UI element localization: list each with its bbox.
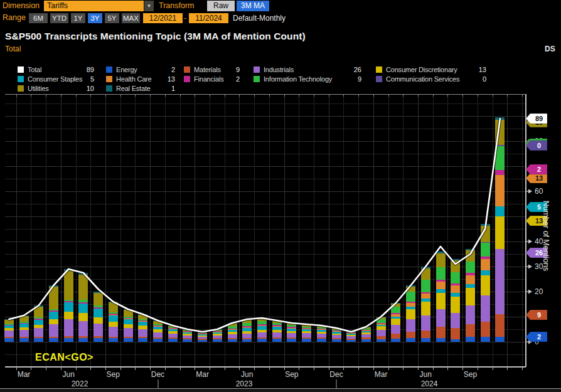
bar-segment-energy <box>183 339 192 342</box>
bar-segment-financials <box>49 310 58 312</box>
bar-segment-consumer-discretionary <box>49 319 58 324</box>
bar-segment-health-care <box>213 332 222 332</box>
bar-segment-consumer-staples <box>287 329 296 331</box>
bar-segment-industrials <box>228 334 237 338</box>
bar-segment-consumer-discretionary <box>391 319 400 325</box>
bar-segment-industrials <box>183 336 192 338</box>
bar-segment-materials <box>466 324 475 337</box>
bar-segment-consumer-staples <box>168 329 178 331</box>
bar-segment-consumer-staples <box>377 325 386 326</box>
bar-segment-consumer-staples <box>346 334 356 335</box>
year-label: 2022 <box>72 379 88 388</box>
bar-segment-consumer-discretionary <box>377 326 386 330</box>
bar-segment-consumer-discretionary <box>19 327 29 330</box>
axis-value-tag-label: 89 <box>535 115 543 122</box>
bar-segment-materials <box>406 332 415 338</box>
bar-segment-materials <box>421 331 430 338</box>
bar-segment-consumer-discretionary <box>78 313 88 321</box>
y-tick-label: 20 <box>535 287 543 296</box>
bar-segment-financials <box>317 329 326 329</box>
bar-segment-financials <box>109 314 118 315</box>
bar-segment-energy <box>346 340 356 342</box>
bar-segment-consumer-discretionary <box>183 334 192 336</box>
bar-segment-consumer-staples <box>153 327 163 329</box>
bar-segment-information-technology <box>228 326 237 329</box>
bar-segment-health-care <box>481 259 490 270</box>
bar-segment-consumer-discretionary <box>361 332 371 334</box>
bar-segment-energy <box>495 337 505 342</box>
bar-segment-energy <box>94 338 103 342</box>
bar-segment-industrials <box>302 333 311 337</box>
bar-segment-industrials <box>436 309 446 327</box>
bar-segment-energy <box>49 338 58 342</box>
bar-segment-financials <box>451 283 460 285</box>
x-tick-label: Jun <box>62 370 74 379</box>
bar-segment-consumer-discretionary <box>153 329 163 332</box>
bar-segment-energy <box>242 339 252 342</box>
bar-segment-energy <box>4 338 14 342</box>
bar-segment-consumer-staples <box>183 332 192 334</box>
bar-segment-consumer-staples <box>109 315 118 322</box>
bar-segment-energy <box>34 338 43 342</box>
bar-segment-health-care <box>183 332 192 332</box>
bar-segment-information-technology <box>49 309 58 310</box>
bar-segment-consumer-staples <box>436 289 446 293</box>
y-axis-title: Number of Mentions <box>542 201 550 272</box>
bar-segment-consumer-staples <box>406 307 415 309</box>
bar-segment-consumer-discretionary <box>198 336 207 337</box>
axis-value-tag-label: 9 <box>537 311 541 319</box>
bar-segment-health-care <box>406 303 415 307</box>
bar-segment-industrials <box>94 324 103 336</box>
bar-segment-information-technology <box>124 317 133 318</box>
x-tick-label: Dec <box>329 370 343 379</box>
bar-segment-materials <box>183 338 192 339</box>
bar-segment-industrials <box>64 319 73 336</box>
bar-segment-industrials <box>466 305 475 324</box>
bar-segment-materials <box>124 337 133 338</box>
bar-segment-materials <box>4 337 14 338</box>
bar-segment-energy <box>198 340 207 342</box>
bar-segment-financials <box>138 320 147 321</box>
bar-segment-consumer-staples <box>34 320 43 325</box>
axis-value-tag-label: 13 <box>535 174 543 182</box>
bar-segment-consumer-discretionary <box>466 288 475 305</box>
bar-segment-energy <box>109 338 118 342</box>
bar-segment-materials <box>436 327 446 338</box>
bar-segment-financials <box>391 313 400 314</box>
bar-segment-energy <box>481 337 490 342</box>
bar-segment-health-care <box>228 329 237 330</box>
mention-count-chart[interactable]: 020304060801089901325132692MarJunSepDecM… <box>0 0 561 392</box>
bar-segment-consumer-discretionary <box>168 331 178 334</box>
bar-segment-materials <box>153 337 163 339</box>
bar-segment-consumer-discretionary <box>495 216 505 249</box>
bar-segment-materials <box>19 337 29 338</box>
bar-segment-financials <box>94 307 103 309</box>
bar-segment-consumer-staples <box>78 304 88 313</box>
bar-segment-information-technology <box>109 312 118 314</box>
bar-segment-consumer-discretionary <box>272 330 282 332</box>
bar-segment-information-technology <box>257 321 267 324</box>
bar-segment-utilities <box>436 253 446 267</box>
x-tick-label: Sep <box>107 370 120 379</box>
bar-segment-energy <box>64 338 73 342</box>
bar-segment-consumer-discretionary <box>138 326 147 329</box>
bar-segment-consumer-discretionary <box>406 309 415 319</box>
bar-segment-materials <box>451 328 460 339</box>
x-tick-label: Jun <box>420 370 432 379</box>
bar-segment-industrials <box>124 328 133 337</box>
bar-segment-health-care <box>302 329 311 329</box>
y-tick-arrow-icon <box>528 265 532 269</box>
bar-segment-energy <box>421 338 430 342</box>
bar-segment-energy <box>124 338 133 342</box>
bar-segment-consumer-staples <box>94 309 103 317</box>
bar-segment-health-care <box>495 175 505 206</box>
bar-segment-financials <box>406 302 415 303</box>
bar-segment-materials <box>361 337 371 339</box>
bar-segment-consumer-discretionary <box>317 332 326 334</box>
bar-segment-consumer-staples <box>213 332 222 334</box>
x-tick-label: Sep <box>464 370 478 379</box>
bar-segment-financials <box>377 323 386 324</box>
y-tick-arrow-icon <box>528 290 532 294</box>
bar-segment-consumer-discretionary <box>287 331 296 333</box>
bar-segment-materials <box>346 339 356 340</box>
